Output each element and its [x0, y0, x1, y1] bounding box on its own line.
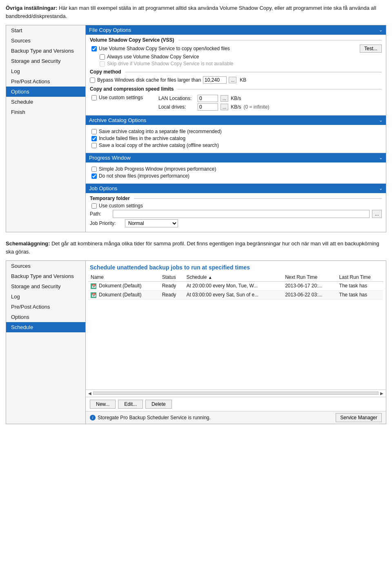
- temp-custom-label[interactable]: Use custom settings: [91, 203, 382, 209]
- table-row[interactable]: 📅 Dokument (Default) Ready At 03:00:00 e…: [88, 290, 383, 299]
- vss-cb3-row: Skip drive if Volume Shadow Copy Service…: [98, 61, 382, 67]
- bypass-row: Bypass Windows disk cache for files larg…: [90, 76, 382, 84]
- schedule-table: Name Status Schedule ▲ Next Run Time: [88, 273, 383, 300]
- sidebar2-item-sources[interactable]: Sources: [6, 261, 85, 271]
- scroll-left-arrow[interactable]: ◀: [88, 391, 91, 396]
- archive-cb3-label[interactable]: Save a local copy of the archive catalog…: [91, 142, 382, 148]
- speed-local-row: Local drives: ... KB/s (0 = infinite): [158, 103, 270, 111]
- speed-lan-row: LAN Locations: ... KB/s: [158, 95, 270, 102]
- schedule-content: Schedule unattended backup jobs to run a…: [86, 261, 386, 424]
- intro-text-1: Här kan man till exempel ställa in att p…: [6, 5, 376, 19]
- scroll-right-arrow[interactable]: ▶: [380, 391, 383, 396]
- row1-schedule: At 20:00:00 every Mon, Tue, W...: [184, 282, 283, 291]
- sidebar-2: Sources Backup Type and Versions Storage…: [6, 261, 86, 424]
- speed-lan-dots[interactable]: ...: [220, 95, 228, 102]
- row1-last: The task has: [337, 282, 383, 291]
- scrollbar-row[interactable]: ◀ ▶: [86, 389, 386, 397]
- service-manager-button[interactable]: Service Manager: [336, 413, 382, 422]
- intro-text-2: Det går att kombinera många olika tider …: [6, 240, 379, 255]
- copy-method-title: Copy method: [90, 69, 382, 75]
- vss-cb1[interactable]: [91, 46, 97, 51]
- progress-cb2-label[interactable]: Do not show files (improves performance): [91, 173, 382, 179]
- vss-cb2[interactable]: [100, 54, 105, 60]
- bypass-value-input[interactable]: [203, 76, 227, 84]
- path-input[interactable]: [113, 210, 370, 218]
- col-next[interactable]: Next Run Time: [283, 273, 336, 282]
- col-schedule[interactable]: Schedule ▲: [184, 273, 283, 282]
- speed-local-input[interactable]: [198, 103, 218, 111]
- sidebar-item-log[interactable]: Log: [6, 66, 85, 76]
- test-button[interactable]: Test...: [360, 44, 382, 53]
- sidebar-item-prepost[interactable]: Pre/Post Actions: [6, 76, 85, 87]
- path-browse-btn[interactable]: ...: [372, 210, 382, 218]
- vss-cb1-label[interactable]: Use Volume Shadow Copy Service to copy o…: [91, 46, 230, 51]
- archive-cb3[interactable]: [91, 143, 97, 148]
- job-options-section: Job Options ⌄ Temporary folder Use custo…: [86, 184, 386, 232]
- sidebar2-item-storage[interactable]: Storage and Security: [6, 281, 85, 291]
- speed-local-label: Local drives:: [158, 104, 195, 110]
- archive-cb2-label[interactable]: Include failed files in the archive cata…: [91, 136, 382, 141]
- table-row[interactable]: 📅 Dokument (Default) Ready At 20:00:00 e…: [88, 282, 383, 291]
- sidebar-item-finish[interactable]: Finish: [6, 107, 85, 117]
- scrollbar-track[interactable]: [93, 392, 379, 395]
- bypass-cb[interactable]: [90, 78, 95, 83]
- speed-lan-input[interactable]: [198, 95, 218, 102]
- speed-local-dots[interactable]: ...: [220, 104, 228, 110]
- delete-button[interactable]: Delete: [145, 400, 172, 409]
- col-status[interactable]: Status: [160, 273, 184, 282]
- sidebar2-item-options[interactable]: Options: [6, 312, 85, 322]
- archive-section: Archive Catalog Options ⌄ Save archive c…: [86, 116, 386, 153]
- file-copy-chevron: ⌄: [379, 27, 383, 33]
- archive-header: Archive Catalog Options ⌄: [86, 116, 386, 125]
- progress-body: Simple Job Progress Window (improves per…: [86, 162, 386, 184]
- archive-cb1[interactable]: [91, 129, 97, 134]
- archive-cb1-label[interactable]: Save archive catalog into a separate fil…: [91, 129, 382, 134]
- speed-custom-row: Use custom settings LAN Locations: ... K…: [90, 93, 382, 112]
- job-options-header: Job Options ⌄: [86, 184, 386, 193]
- archive-title: Archive Catalog Options: [89, 117, 146, 123]
- vss-cb2-label[interactable]: Always use Volume Shadow Copy Service: [100, 54, 382, 60]
- sidebar2-item-log[interactable]: Log: [6, 291, 85, 302]
- file-copy-section: File Copy Options ⌄ Volume Shadow Copy S…: [86, 25, 386, 116]
- row2-icon: 📅: [91, 292, 96, 298]
- progress-cb1[interactable]: [91, 167, 97, 172]
- file-copy-title: File Copy Options: [89, 27, 131, 33]
- priority-select[interactable]: Idle Normal Above Normal High: [125, 219, 178, 227]
- col-name[interactable]: Name: [88, 273, 160, 282]
- progress-chevron: ⌄: [379, 155, 383, 160]
- sidebar2-item-backup-type[interactable]: Backup Type and Versions: [6, 271, 85, 281]
- row1-name: 📅 Dokument (Default): [88, 282, 160, 291]
- sidebar2-item-schedule[interactable]: Schedule: [6, 322, 85, 332]
- speed-custom-cb[interactable]: [91, 95, 97, 100]
- sidebar-item-start[interactable]: Start: [6, 25, 85, 36]
- row1-icon: 📅: [91, 283, 96, 289]
- sidebar-item-schedule[interactable]: Schedule: [6, 97, 85, 107]
- temp-custom-cb[interactable]: [91, 203, 97, 209]
- vss-cb3-label: Skip drive if Volume Shadow Copy Service…: [100, 61, 382, 67]
- sidebar-item-options[interactable]: Options: [6, 87, 85, 97]
- sidebar-item-backup-type[interactable]: Backup Type and Versions: [6, 46, 85, 56]
- schedule-empty-area: [86, 300, 386, 389]
- progress-cb1-label[interactable]: Simple Job Progress Window (improves per…: [91, 166, 382, 172]
- job-options-title: Job Options: [89, 185, 117, 191]
- priority-row: Job Priority: Idle Normal Above Normal H…: [90, 219, 382, 227]
- bypass-dots-btn[interactable]: ...: [229, 77, 236, 83]
- vss-row-1: Use Volume Shadow Copy Service to copy o…: [90, 44, 382, 53]
- archive-cb2[interactable]: [91, 136, 97, 141]
- progress-cb2[interactable]: [91, 174, 97, 179]
- col-last[interactable]: Last Run Time: [337, 273, 383, 282]
- sidebar-1: Start Sources Backup Type and Versions S…: [6, 25, 86, 232]
- speed-custom-label[interactable]: Use custom settings: [91, 95, 157, 100]
- sidebar2-item-prepost[interactable]: Pre/Post Actions: [6, 302, 85, 312]
- bottom-bar: New... Edit... Delete: [86, 397, 386, 411]
- status-left: i Storegate Pro Backup Scheduler Service…: [90, 415, 211, 420]
- row2-last: The task has: [337, 290, 383, 299]
- sidebar-item-storage[interactable]: Storage and Security: [6, 56, 85, 66]
- bypass-label[interactable]: Bypass Windows disk cache for files larg…: [90, 77, 201, 83]
- new-button[interactable]: New...: [90, 400, 116, 409]
- info-icon: i: [90, 415, 96, 420]
- sidebar-item-sources[interactable]: Sources: [6, 36, 85, 46]
- edit-button[interactable]: Edit...: [118, 400, 143, 409]
- schedule-table-wrapper: Name Status Schedule ▲ Next Run Time: [86, 273, 386, 300]
- status-text: Storegate Pro Backup Scheduler Service i…: [98, 415, 211, 420]
